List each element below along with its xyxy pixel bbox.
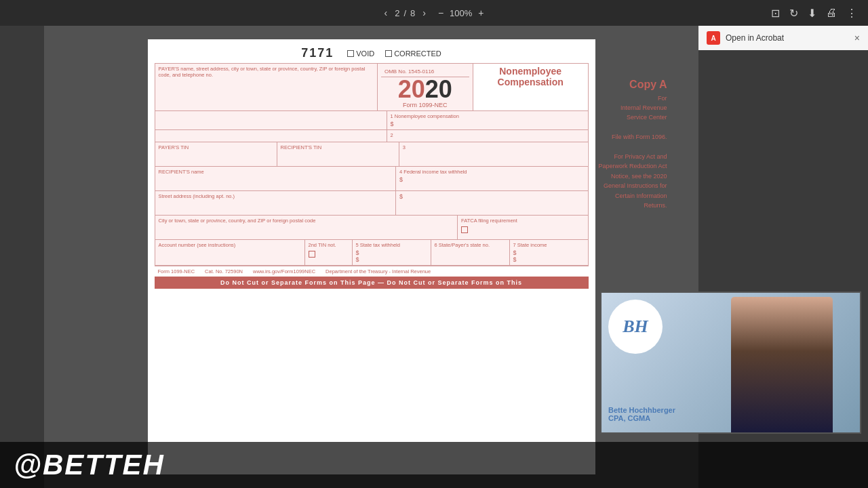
twotin-checkbox[interactable]: [309, 251, 315, 258]
state-player-cell: 6 State/Payer's state no.: [431, 240, 510, 265]
acrobat-icon: A: [707, 31, 720, 45]
copy-a-text: Copy A For Internal Revenue Service Cent…: [595, 73, 670, 213]
copy-a-label: Copy A: [598, 76, 667, 94]
rotate-button[interactable]: ↻: [789, 7, 798, 20]
row-tin: PAYER'S TIN RECIPIENT'S TIN 3: [155, 142, 588, 167]
box4-dollar: $: [399, 176, 585, 183]
zoom-in-button[interactable]: +: [475, 6, 487, 20]
state-tax-cell: 5 State tax withheld $ $: [353, 240, 431, 265]
state-tax-dollar1: $: [356, 249, 427, 256]
account-cell: Account number (see instructions): [155, 240, 305, 265]
row-box1: 1 Nonemployee compensation $: [155, 111, 588, 130]
form-grid: PAYER'S name, street address, city or to…: [155, 63, 589, 266]
recipient-tin-cell: RECIPIENT'S TIN: [277, 142, 399, 166]
box3-label: 3: [403, 144, 585, 150]
fatca-label: FATCA filing requirement: [461, 218, 584, 224]
acrobat-close-button[interactable]: ×: [854, 33, 860, 43]
void-checkbox[interactable]: [347, 50, 354, 57]
recipient-name-cell: RECIPIENT'S name: [155, 167, 396, 190]
state-income-label: 7 State income: [513, 242, 585, 248]
copy-file: File with Form 1096.: [598, 132, 667, 142]
copy-for: For: [598, 94, 667, 103]
footer-cat: Cat. No. 72590N: [205, 268, 243, 274]
logo-area: BH: [608, 300, 663, 354]
form-footer: Form 1099-NEC Cat. No. 72590N www.irs.go…: [155, 266, 589, 277]
street-label: Street address (including apt. no.): [159, 193, 392, 199]
logo-text: BH: [623, 317, 648, 337]
account-label: Account number (see instructions): [159, 242, 301, 248]
fit-page-button[interactable]: ⊡: [771, 7, 780, 20]
form-title-row: 7171 VOID CORRECTED: [155, 46, 589, 60]
download-button[interactable]: ⬇: [808, 7, 816, 20]
box4-label: 4 Federal income tax withheld: [399, 169, 585, 175]
privacy-notice: For Privacy Act and Paperwork Reduction …: [598, 152, 667, 210]
footer-form: Form 1099-NEC: [158, 268, 195, 274]
nonemployee-title2: Compensation: [477, 77, 585, 87]
copy-a-sidebar: Copy A For Internal Revenue Service Cent…: [595, 73, 670, 213]
row-recipient-name: RECIPIENT'S name 4 Federal income tax wi…: [155, 167, 588, 191]
form-number: 7171: [301, 46, 334, 60]
box2-cell: 2: [387, 130, 588, 142]
omb-year-cell: OMB No. 1545-0116 2020 Form 1099-NEC: [378, 64, 473, 110]
form-name-label: Form 1099-NEC: [381, 102, 469, 108]
fatca-checkbox[interactable]: [461, 226, 468, 233]
city-cell: City or town, state or province, country…: [155, 216, 458, 239]
box3-cell: 3: [399, 142, 588, 166]
next-page-button[interactable]: ›: [419, 6, 429, 20]
footer-url: www.irs.gov/Form1099NEC: [253, 268, 315, 274]
box1-label: 1 Nonemployee compensation: [391, 113, 585, 119]
row-box2: 2: [155, 130, 588, 142]
presenter-person: [731, 297, 833, 432]
corrected-checkbox-item: CORRECTED: [385, 49, 441, 58]
presenter-name-text: Bette Hochhberger: [608, 406, 675, 414]
year-first-part: 20: [398, 75, 425, 103]
box2-label: 2: [391, 132, 585, 138]
corrected-label: CORRECTED: [394, 49, 441, 58]
video-overlay: BH Bette Hochhberger CPA, CGMA: [600, 291, 861, 434]
more-button[interactable]: ⋮: [846, 7, 857, 20]
box4-cell: 4 Federal income tax withheld $: [396, 167, 588, 190]
footer-dept: Department of the Treasury - Internal Re…: [326, 268, 431, 274]
box1-cell: 1 Nonemployee compensation $: [387, 111, 588, 129]
year-second-part: 20: [425, 75, 452, 103]
toolbar: ‹ 2 / 8 › − 100% + ⊡ ↻ ⬇ 🖨 ⋮: [0, 0, 868, 26]
acrobat-left: A Open in Acrobat: [707, 31, 784, 45]
box4-dollar-cell: $: [396, 191, 588, 215]
acrobat-bar: A Open in Acrobat ×: [698, 26, 868, 50]
city-label: City or town, state or province, country…: [159, 218, 454, 224]
presenter-sub-text: CPA, CGMA: [608, 414, 675, 422]
twotin-label: 2nd TIN not.: [309, 242, 349, 248]
presenter-name: Bette Hochhberger CPA, CGMA: [608, 406, 675, 422]
zoom-controls: − 100% +: [435, 6, 488, 20]
street-cell: Street address (including apt. no.): [155, 191, 396, 215]
acrobat-label[interactable]: Open in Acrobat: [726, 33, 784, 43]
page-current: 2: [395, 8, 399, 18]
prev-page-button[interactable]: ‹: [380, 6, 391, 20]
omb-number: OMB No. 1545-0116: [384, 68, 434, 75]
copy-internal: Internal Revenue: [598, 103, 667, 113]
video-background: BH Bette Hochhberger CPA, CGMA: [601, 293, 860, 432]
do-not-cut-bar: Do Not Cut or Separate Forms on This Pag…: [155, 277, 589, 289]
twotin-cell: 2nd TIN not.: [305, 240, 353, 265]
row-account-state: Account number (see instructions) 2nd TI…: [155, 240, 588, 265]
state-income-cell: 7 State income $ $: [510, 240, 588, 265]
zoom-out-button[interactable]: −: [435, 6, 447, 20]
recipient-name-label: RECIPIENT'S name: [159, 169, 392, 175]
nonemployee-title-cell: Nonemployee Compensation: [473, 64, 588, 110]
handle-text: @BETTEH: [14, 449, 165, 481]
row-street: Street address (including apt. no.) $: [155, 191, 588, 216]
state-player-label: 6 State/Payer's state no.: [435, 242, 506, 248]
corrected-checkbox[interactable]: [385, 50, 392, 57]
payer-tin-cell: PAYER'S TIN: [155, 142, 277, 166]
left-sidebar: [0, 26, 44, 488]
empty-left-cell: [155, 111, 387, 129]
recipient-tin-label: RECIPIENT'S TIN: [281, 144, 395, 150]
person-silhouette: [731, 297, 833, 432]
print-button[interactable]: 🖨: [826, 7, 837, 19]
zoom-level: 100%: [450, 8, 472, 18]
empty-left-2: [155, 130, 387, 142]
void-corrected-row: VOID CORRECTED: [347, 49, 441, 58]
payer-tin-label: PAYER'S TIN: [159, 144, 273, 150]
page-total: 8: [410, 8, 415, 18]
box4-dollar2: $: [399, 193, 585, 200]
